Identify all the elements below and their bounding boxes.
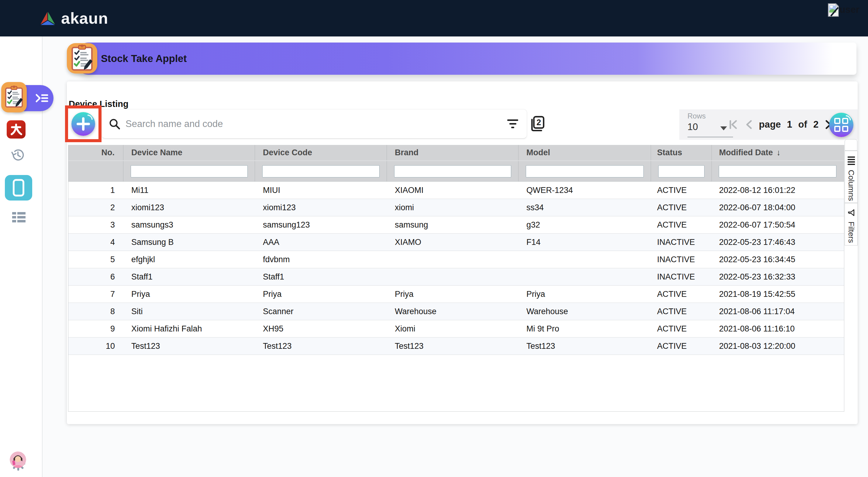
sidebar-item-history[interactable] xyxy=(11,148,25,163)
table-body: 1Mi11MIUIXIAOMIQWER-1234ACTIVE2022-08-12… xyxy=(68,182,844,355)
table-row[interactable]: 10Test123Test123Test123Test123ACTIVE2021… xyxy=(68,338,844,355)
cell-no: 1 xyxy=(68,182,123,199)
chevron-down-icon xyxy=(720,126,727,130)
table-header-row: No. Device Name Device Code Brand Model … xyxy=(68,145,844,161)
cell-modified: 2022-05-23 17:46:43 xyxy=(712,234,843,251)
pages-count-icon[interactable]: 2 xyxy=(529,116,545,133)
cell-name: Staff1 xyxy=(123,268,255,285)
table-row[interactable]: 3samsungs3samsung123samsungg32ACTIVE2022… xyxy=(68,216,844,234)
applet-banner xyxy=(73,42,857,75)
table-row[interactable]: 5efghjklfdvbnmINACTIVE2022-05-23 16:34:4… xyxy=(68,251,844,268)
filter-input-device-code[interactable] xyxy=(262,165,380,178)
cell-no: 9 xyxy=(68,320,123,337)
filter-list-icon[interactable] xyxy=(507,119,518,128)
cell-name: Siti xyxy=(123,303,255,320)
first-page-button[interactable] xyxy=(728,119,739,130)
column-header-modified-date[interactable]: Modified Date ↓ xyxy=(712,145,843,160)
table-row[interactable]: 2xiomi123xiomi123xiomiss34ACTIVE2022-06-… xyxy=(68,199,844,216)
sidebar-item-listing[interactable] xyxy=(12,212,26,222)
cell-no: 7 xyxy=(68,286,123,303)
sidebar-item-device[interactable] xyxy=(5,175,32,200)
cell-name: Samsung B xyxy=(123,234,255,251)
grid-view-button[interactable] xyxy=(829,113,854,137)
cell-brand: XIAOMI xyxy=(387,182,519,199)
cell-name: Mi11 xyxy=(123,182,255,199)
cell-no: 5 xyxy=(68,251,123,268)
cell-name: Test123 xyxy=(123,338,255,355)
table-row[interactable]: 7PriyaPriyaPriyaPriyaACTIVE2021-08-19 15… xyxy=(68,286,844,303)
cell-code: Staff1 xyxy=(255,268,387,285)
cell-brand: Priya xyxy=(387,286,519,303)
cell-brand: samsung xyxy=(387,216,519,233)
of-word: of xyxy=(798,119,807,130)
brand-logo: akaun xyxy=(39,0,108,36)
cell-status: ACTIVE xyxy=(651,182,712,199)
table-row[interactable]: 8SitiScannerWarehouseWarehouseACTIVE2021… xyxy=(68,303,844,320)
filter-input-modified-date[interactable] xyxy=(719,165,836,178)
cell-modified: 2021-08-06 11:17:04 xyxy=(712,303,843,320)
column-header-no[interactable]: No. xyxy=(68,145,123,160)
cell-model: g32 xyxy=(519,216,651,233)
filter-input-brand[interactable] xyxy=(394,165,511,178)
cell-model xyxy=(519,268,651,285)
user-menu[interactable]: user xyxy=(828,3,860,17)
cell-brand xyxy=(387,251,519,268)
avatar-photo xyxy=(10,451,26,468)
columns-panel-tab[interactable]: Columns xyxy=(845,151,858,203)
select-underline xyxy=(687,137,733,137)
add-device-button[interactable] xyxy=(71,112,95,136)
columns-tab-label: Columns xyxy=(846,170,856,201)
cell-status: ACTIVE xyxy=(651,338,712,355)
table-row[interactable]: 9Xiomi Hafizhi FalahXH95XiomiMi 9t ProAC… xyxy=(68,320,844,338)
search-input[interactable] xyxy=(125,118,507,130)
applet-title: Stock Take Applet xyxy=(101,42,187,75)
filter-input-status[interactable] xyxy=(658,165,705,178)
table-row[interactable]: 4Samsung BAAAXIAMOF14INACTIVE2022-05-23 … xyxy=(68,234,844,251)
filters-panel-tab[interactable]: Filters xyxy=(845,203,858,246)
rows-per-page-select[interactable]: 10 xyxy=(687,122,730,135)
cell-model: QWER-1234 xyxy=(519,182,651,199)
scrollbar-thumb[interactable] xyxy=(845,139,857,151)
list-icon xyxy=(12,212,26,215)
cell-status: INACTIVE xyxy=(651,234,712,251)
da-character-app-icon xyxy=(10,123,23,136)
sidebar-item-stock-take-applet[interactable] xyxy=(1,82,27,113)
column-header-device-code[interactable]: Device Code xyxy=(255,145,387,160)
profile-avatar[interactable] xyxy=(10,451,26,468)
user-alt-text: user xyxy=(840,4,860,17)
prev-page-button[interactable] xyxy=(745,119,753,130)
cell-status: INACTIVE xyxy=(651,251,712,268)
cell-brand: Test123 xyxy=(387,338,519,355)
sidebar-item-red-app[interactable] xyxy=(7,120,26,138)
cell-name: Xiomi Hafizhi Falah xyxy=(123,320,255,337)
cell-name: Priya xyxy=(123,286,255,303)
cell-status: INACTIVE xyxy=(651,268,712,285)
column-header-model[interactable]: Model xyxy=(519,145,651,160)
applet-banner-icon xyxy=(67,43,97,73)
cell-status: ACTIVE xyxy=(651,320,712,337)
filter-funnel-icon xyxy=(847,209,855,217)
cell-no: 3 xyxy=(68,216,123,233)
cell-brand: Xiomi xyxy=(387,320,519,337)
total-pages: 2 xyxy=(813,119,818,130)
expand-menu-icon xyxy=(35,93,49,103)
clipboard-checklist-icon xyxy=(5,86,23,109)
column-header-brand[interactable]: Brand xyxy=(387,145,519,160)
modified-date-label: Modified Date xyxy=(719,148,773,157)
current-page: 1 xyxy=(787,119,792,130)
rows-label: Rows xyxy=(687,112,706,120)
column-header-device-name[interactable]: Device Name xyxy=(123,145,255,160)
cell-code: fdvbnm xyxy=(255,251,387,268)
table-row[interactable]: 1Mi11MIUIXIAOMIQWER-1234ACTIVE2022-08-12… xyxy=(68,182,844,199)
filter-input-model[interactable] xyxy=(526,165,644,178)
cell-modified: 2022-05-23 16:32:33 xyxy=(712,268,843,285)
grid-icon xyxy=(834,118,848,132)
cell-name: samsungs3 xyxy=(123,216,255,233)
cell-model: F14 xyxy=(519,234,651,251)
table-row[interactable]: 6Staff1Staff1INACTIVE2022-05-23 16:32:33 xyxy=(68,268,844,286)
cell-brand: Warehouse xyxy=(387,303,519,320)
column-header-status[interactable]: Status xyxy=(651,145,712,160)
cell-no: 6 xyxy=(68,268,123,285)
cell-modified: 2022-08-12 16:01:22 xyxy=(712,182,843,199)
filter-input-device-name[interactable] xyxy=(131,165,248,178)
